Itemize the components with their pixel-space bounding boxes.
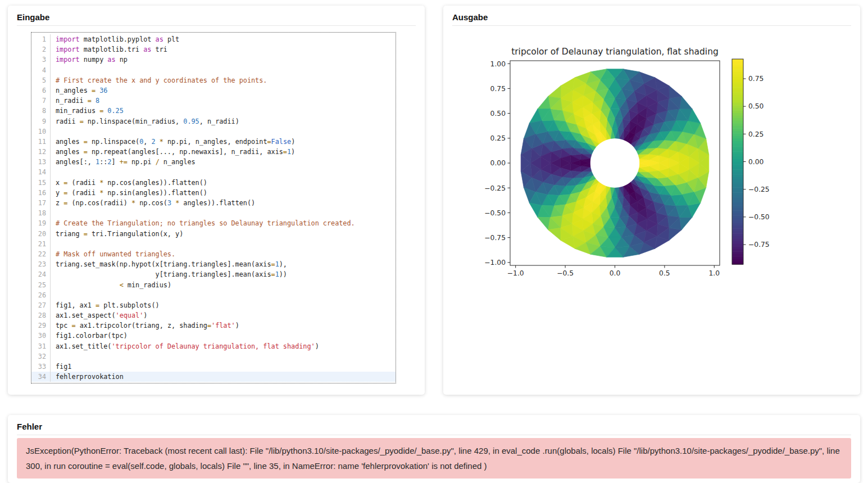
mesh-triangle <box>680 217 692 229</box>
code-line-text <box>51 167 56 177</box>
colorbar-segment <box>732 210 743 213</box>
code-line[interactable]: 22# Mask off unwanted triangles. <box>31 249 396 259</box>
code-line[interactable]: 24 y[triang.triangles].mean(axis=1)) <box>31 269 396 279</box>
code-line[interactable]: 23triang.set_mask(np.hypot(x[triang.tria… <box>31 259 396 269</box>
line-number: 21 <box>31 239 51 249</box>
code-line-text <box>51 127 56 137</box>
y-tick-label: −0.75 <box>484 234 506 242</box>
input-panel: Eingabe 1import matplotlib.pyplot as plt… <box>8 6 425 395</box>
colorbar-segment <box>732 118 743 121</box>
code-line[interactable]: 32 <box>31 351 396 362</box>
code-line[interactable]: 7n_radii = 8 <box>31 96 396 106</box>
colorbar-segment <box>732 100 743 103</box>
code-line[interactable]: 10 <box>31 127 396 137</box>
colorbar-segment <box>732 231 743 234</box>
code-line[interactable]: 26 <box>31 290 396 300</box>
code-editor[interactable]: 1import matplotlib.pyplot as plt2import … <box>31 32 396 383</box>
code-line[interactable]: 12angles = np.repeat(angles[..., np.newa… <box>31 147 396 157</box>
colorbar-segment <box>732 246 743 249</box>
colorbar-segment <box>732 62 743 65</box>
colorbar-segment <box>732 220 743 223</box>
code-line[interactable]: 34fehlerprovokation <box>31 372 396 382</box>
code-line-text <box>51 65 56 75</box>
colorbar-segment <box>732 218 743 221</box>
code-line[interactable]: 1import matplotlib.pyplot as plt <box>31 34 396 44</box>
line-number: 34 <box>31 372 51 382</box>
colorbar-segment <box>732 138 743 141</box>
code-line[interactable]: 33fig1 <box>31 362 396 372</box>
code-line[interactable]: 4 <box>31 65 396 75</box>
code-line[interactable]: 13angles[:, 1::2] += np.pi / n_angles <box>31 157 396 167</box>
colorbar-segment <box>732 156 743 159</box>
line-number: 29 <box>31 321 51 331</box>
colorbar-segment <box>732 200 743 203</box>
colorbar-segment <box>732 72 743 75</box>
code-line[interactable]: 29tpc = ax1.tripcolor(triang, z, shading… <box>31 321 396 331</box>
code-line[interactable]: 6n_angles = 36 <box>31 85 396 96</box>
code-line[interactable]: 5# First create the x and y coordinates … <box>31 75 396 85</box>
matplotlib-figure: −1.0−0.50.00.51.01.000.750.500.250.00−0.… <box>475 42 778 284</box>
output-panel-divider <box>452 25 851 26</box>
code-line-text: triang = tri.Triangulation(x, y) <box>51 229 183 239</box>
line-number: 7 <box>31 96 51 106</box>
mesh-triangle <box>548 228 561 240</box>
code-line[interactable]: 17z = (np.cos(radii) * np.cos(3 * angles… <box>31 198 396 208</box>
code-line[interactable]: 14 <box>31 167 396 177</box>
code-line[interactable]: 18 <box>31 208 396 218</box>
colorbar-segment <box>732 167 743 170</box>
colorbar-segment <box>732 67 743 70</box>
colorbar-segment <box>732 159 743 162</box>
code-line[interactable]: 11angles = np.linspace(0, 2 * np.pi, n_a… <box>31 137 396 147</box>
code-line-text: fehlerprovokation <box>51 372 124 382</box>
code-line-text: # Create the Triangulation; no triangles… <box>51 218 355 228</box>
code-line[interactable]: 30fig1.colorbar(tpc) <box>31 331 396 341</box>
x-tick-label: −1.0 <box>507 269 524 277</box>
code-line-text: angles = np.repeat(angles[..., np.newaxi… <box>51 147 295 157</box>
colorbar-segment <box>732 151 743 154</box>
code-line[interactable]: 15x = (radii * np.cos(angles)).flatten() <box>31 178 396 188</box>
x-tick-label: 0.5 <box>659 269 670 277</box>
colorbar-tick-label: 0.00 <box>748 158 764 166</box>
line-number: 5 <box>31 75 51 85</box>
error-panel-title: Fehler <box>8 415 860 435</box>
x-tick-label: −0.5 <box>557 269 574 277</box>
colorbar-segment <box>732 254 743 257</box>
colorbar-segment <box>732 223 743 226</box>
code-line[interactable]: 19# Create the Triangulation; no triangl… <box>31 218 396 228</box>
colorbar-segment <box>732 162 743 165</box>
line-number: 22 <box>31 249 51 259</box>
code-line[interactable]: 8min_radius = 0.25 <box>31 106 396 116</box>
tripcolor-mesh <box>521 69 709 258</box>
code-line[interactable]: 16y = (radii * np.sin(angles)).flatten() <box>31 188 396 198</box>
code-line[interactable]: 28ax1.set_aspect('equal') <box>31 310 396 321</box>
colorbar-segment <box>732 179 743 182</box>
error-message: JsException(PythonError: Traceback (most… <box>17 438 851 479</box>
line-number: 17 <box>31 198 51 208</box>
colorbar-segment <box>732 95 743 98</box>
code-line[interactable]: 2import matplotlib.tri as tri <box>31 44 396 55</box>
plot-title: tripcolor of Delaunay triangulation, fla… <box>511 47 719 57</box>
code-line-text <box>51 351 56 362</box>
code-line-text: angles[:, 1::2] += np.pi / n_angles <box>51 157 196 167</box>
colorbar-segment <box>732 185 743 188</box>
line-number: 18 <box>31 208 51 218</box>
colorbar-segment <box>732 128 743 131</box>
code-line[interactable]: 20triang = tri.Triangulation(x, y) <box>31 229 396 239</box>
mesh-triangle <box>669 85 681 98</box>
colorbar-segment <box>732 136 743 139</box>
line-number: 2 <box>31 44 51 55</box>
code-line[interactable]: 31ax1.set_title('tripcolor of Delaunay t… <box>31 341 396 351</box>
colorbar-tick-label: −0.50 <box>748 213 770 221</box>
code-line[interactable]: 27fig1, ax1 = plt.subplots() <box>31 300 396 310</box>
code-line[interactable]: 21 <box>31 239 396 249</box>
code-line-text: fig1 <box>51 362 71 372</box>
code-line[interactable]: 25 < min_radius) <box>31 280 396 290</box>
colorbar-segment <box>732 233 743 236</box>
figure-container: −1.0−0.50.00.51.01.000.750.500.250.00−0.… <box>475 42 778 286</box>
colorbar-segment <box>732 64 743 67</box>
code-line[interactable]: 3import numpy as np <box>31 55 396 65</box>
colorbar-tick-label: −0.75 <box>748 241 770 249</box>
code-line[interactable]: 9radii = np.linspace(min_radius, 0.95, n… <box>31 116 396 127</box>
colorbar-segment <box>732 110 743 113</box>
line-number: 9 <box>31 116 51 127</box>
